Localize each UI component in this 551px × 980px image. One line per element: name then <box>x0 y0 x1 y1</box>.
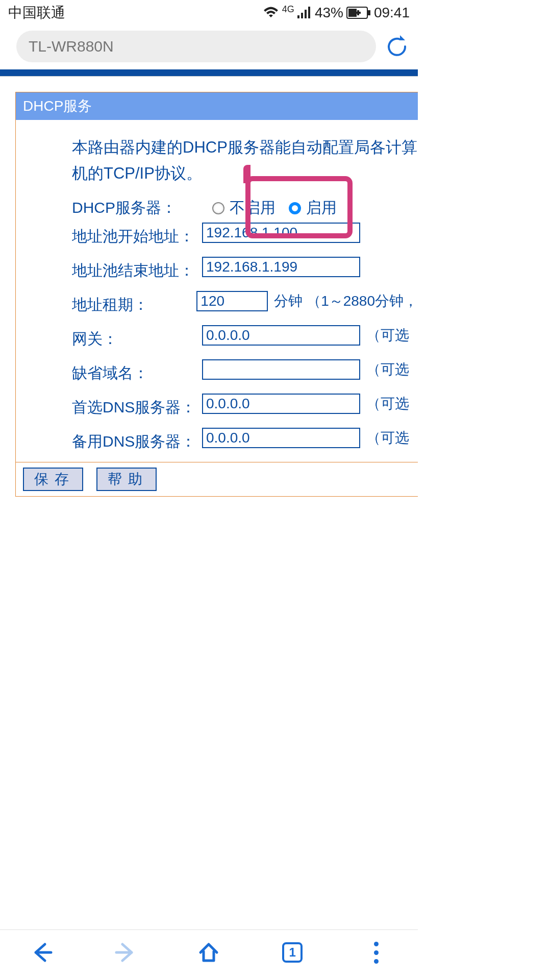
dhcp-panel: DHCP服务 本路由器内建的DHCP服务器能自动配置局各计算机的TCP/IP协议… <box>15 92 418 497</box>
time-label: 09:41 <box>374 5 410 21</box>
end-address-row: 地址池结束地址： <box>72 257 418 282</box>
svg-rect-5 <box>368 10 370 15</box>
dns2-row: 备用DNS服务器： （可选 <box>72 428 418 453</box>
dhcp-server-row: DHCP服务器： 不启用 启用 <box>72 198 418 218</box>
gateway-label: 网关： <box>72 325 202 350</box>
dns2-input[interactable] <box>202 428 360 448</box>
end-address-label: 地址池结束地址： <box>72 257 202 282</box>
url-input[interactable] <box>16 31 376 62</box>
help-button[interactable]: 帮助 <box>96 468 157 491</box>
dns1-optional: （可选 <box>366 394 409 413</box>
dhcp-server-label: DHCP服务器： <box>72 198 202 218</box>
svg-rect-0 <box>297 15 299 18</box>
domain-optional: （可选 <box>366 360 409 379</box>
lease-label: 地址租期： <box>72 291 196 316</box>
lease-input[interactable] <box>196 291 268 311</box>
radio-enable[interactable] <box>289 202 301 214</box>
reload-button[interactable] <box>384 34 410 59</box>
dns1-label: 首选DNS服务器： <box>72 394 202 419</box>
radio-disable[interactable] <box>212 202 224 214</box>
top-divider <box>0 69 418 77</box>
svg-rect-2 <box>305 10 307 18</box>
domain-label: 缺省域名： <box>72 359 202 384</box>
dns1-input[interactable] <box>202 394 360 414</box>
intro-text: 本路由器内建的DHCP服务器能自动配置局各计算机的TCP/IP协议。 <box>72 134 418 186</box>
gateway-input[interactable] <box>202 325 360 346</box>
save-button[interactable]: 保存 <box>23 468 83 491</box>
dns1-row: 首选DNS服务器： （可选 <box>72 394 418 419</box>
dns2-optional: （可选 <box>366 428 409 448</box>
gateway-optional: （可选 <box>366 326 409 345</box>
panel-title: DHCP服务 <box>16 92 418 120</box>
svg-rect-1 <box>301 13 303 18</box>
radio-disable-label: 不启用 <box>230 198 276 218</box>
radio-enable-label: 启用 <box>306 198 337 218</box>
status-right: 4G 43% 09:41 <box>263 5 410 21</box>
button-row: 保存 帮助 <box>16 462 418 496</box>
battery-label: 43% <box>315 5 343 21</box>
battery-icon <box>346 7 371 19</box>
dhcp-radio-group: 不启用 启用 <box>212 198 337 218</box>
svg-rect-8 <box>357 10 359 15</box>
signal-icon <box>297 6 312 19</box>
start-address-label: 地址池开始地址： <box>72 223 202 248</box>
dns2-label: 备用DNS服务器： <box>72 428 202 453</box>
svg-rect-3 <box>308 7 310 18</box>
domain-input[interactable] <box>202 359 360 380</box>
start-address-row: 地址池开始地址： <box>72 223 418 248</box>
end-address-input[interactable] <box>202 257 360 277</box>
lease-suffix: 分钟 （1～2880分钟， <box>274 291 418 311</box>
wifi-icon <box>263 6 279 19</box>
domain-row: 缺省域名： （可选 <box>72 359 418 384</box>
content-area: DHCP服务 本路由器内建的DHCP服务器能自动配置局各计算机的TCP/IP协议… <box>0 77 418 497</box>
lease-row: 地址租期： 分钟 （1～2880分钟， <box>72 291 418 316</box>
start-address-input[interactable] <box>202 223 360 243</box>
gateway-row: 网关： （可选 <box>72 325 418 350</box>
network-label: 4G <box>282 4 294 15</box>
status-bar: 中国联通 4G 43% 09:41 <box>0 0 418 26</box>
url-bar <box>0 26 418 69</box>
svg-rect-6 <box>348 9 357 17</box>
carrier-label: 中国联通 <box>8 3 65 22</box>
